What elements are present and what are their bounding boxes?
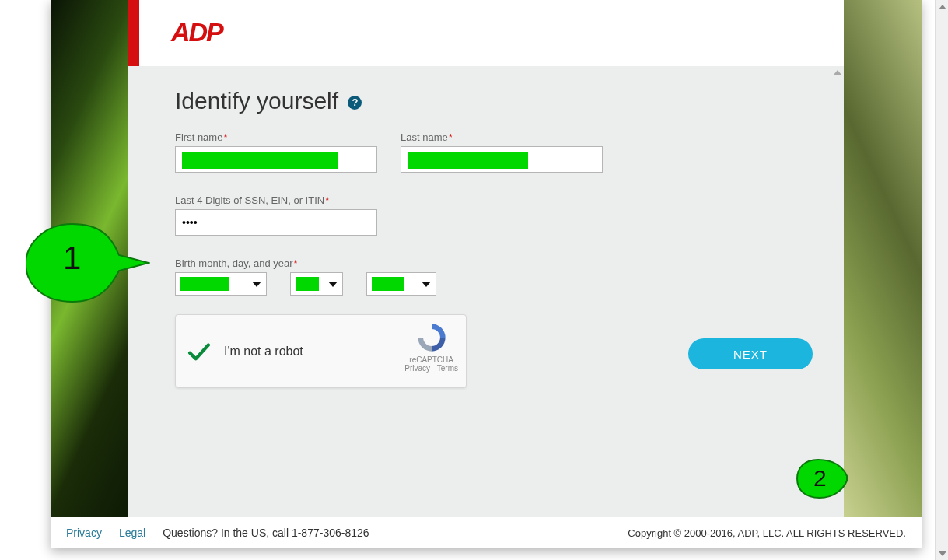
annotation-callout-2: 2 bbox=[795, 457, 849, 500]
recaptcha-brand: reCAPTCHA bbox=[404, 355, 458, 364]
footer-questions: Questions? In the US, call 1-877-306-812… bbox=[163, 527, 369, 539]
form-content: Identify yourself ? First name* Last nam… bbox=[128, 66, 844, 388]
birth-label-text: Birth month, day, and year bbox=[175, 257, 293, 269]
required-star: * bbox=[449, 131, 453, 143]
inner-scroll-up[interactable] bbox=[833, 68, 842, 77]
scroll-up-arrow[interactable] bbox=[936, 0, 948, 13]
last-name-label: Last name* bbox=[401, 131, 603, 143]
required-star: * bbox=[325, 194, 329, 206]
adp-logo: ADP bbox=[171, 17, 222, 47]
first-name-label-text: First name bbox=[175, 131, 222, 143]
first-name-field[interactable] bbox=[175, 146, 377, 173]
annotation-number-2: 2 bbox=[813, 465, 827, 492]
birth-group: Birth month, day, and year* bbox=[175, 257, 797, 296]
help-icon[interactable]: ? bbox=[348, 96, 362, 110]
birth-day-select[interactable] bbox=[290, 272, 343, 296]
app-window: ADP Identify yourself ? First name* Last… bbox=[51, 0, 922, 548]
recaptcha-badge: reCAPTCHA Privacy - Terms bbox=[404, 321, 458, 373]
browser-scrollbar[interactable] bbox=[935, 0, 948, 560]
annotation-number-1: 1 bbox=[63, 240, 81, 277]
header-bar: ADP bbox=[128, 0, 844, 66]
birth-month-value-redacted bbox=[180, 277, 229, 291]
chevron-down-icon bbox=[252, 282, 261, 287]
ssn-label: Last 4 Digits of SSN, EIN, or ITIN* bbox=[175, 194, 377, 206]
first-name-label: First name* bbox=[175, 131, 377, 143]
footer-copyright: Copyright © 2000-2016, ADP, LLC. ALL RIG… bbox=[628, 527, 906, 539]
scroll-down-arrow[interactable] bbox=[936, 547, 948, 560]
last-name-label-text: Last name bbox=[401, 131, 448, 143]
last-name-group: Last name* bbox=[401, 131, 603, 173]
footer-privacy-link[interactable]: Privacy bbox=[66, 527, 102, 539]
background-right bbox=[844, 0, 922, 517]
birth-day-value-redacted bbox=[296, 277, 319, 291]
birth-year-value-redacted bbox=[372, 277, 404, 291]
birth-label: Birth month, day, and year* bbox=[175, 257, 797, 269]
ssn-group: Last 4 Digits of SSN, EIN, or ITIN* bbox=[175, 194, 377, 236]
ssn-field[interactable] bbox=[175, 209, 377, 236]
main-panel: ADP Identify yourself ? First name* Last… bbox=[128, 0, 844, 517]
ssn-label-text: Last 4 Digits of SSN, EIN, or ITIN bbox=[175, 194, 324, 206]
chevron-down-icon bbox=[422, 282, 431, 287]
last-name-field[interactable] bbox=[401, 146, 603, 173]
header-accent-bar bbox=[128, 0, 139, 66]
recaptcha-widget[interactable]: I'm not a robot reCAPTCHA Privacy - Term… bbox=[175, 314, 467, 388]
next-button[interactable]: NEXT bbox=[688, 338, 813, 369]
required-star: * bbox=[223, 131, 227, 143]
recaptcha-label: I'm not a robot bbox=[224, 345, 303, 359]
recaptcha-checkmark-icon bbox=[185, 338, 213, 366]
recaptcha-links[interactable]: Privacy - Terms bbox=[404, 364, 458, 373]
birth-month-select[interactable] bbox=[175, 272, 267, 296]
page-title: Identify yourself ? bbox=[175, 88, 797, 114]
first-name-group: First name* bbox=[175, 131, 377, 173]
annotation-callout-1: 1 bbox=[26, 216, 150, 310]
footer-bar: Privacy Legal Questions? In the US, call… bbox=[51, 517, 922, 548]
page-title-text: Identify yourself bbox=[175, 88, 338, 114]
footer-legal-link[interactable]: Legal bbox=[119, 527, 145, 539]
chevron-down-icon bbox=[328, 282, 338, 287]
required-star: * bbox=[294, 257, 298, 269]
birth-year-select[interactable] bbox=[366, 272, 436, 296]
